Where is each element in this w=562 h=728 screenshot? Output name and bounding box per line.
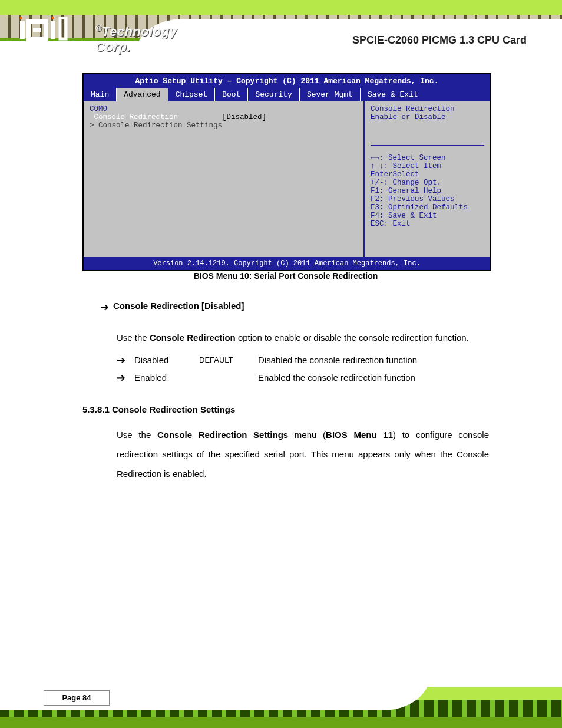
bios-tabs: Main Advanced Chipset Boot Security Seve… (84, 88, 490, 101)
arrows-ud-icon: ↑ ↓ (371, 162, 384, 170)
svg-rect-0 (20, 21, 25, 39)
bios-right-pane: Console Redirection Enable or Disable ←→… (363, 101, 490, 257)
bios-tab-server: Sever Mgmt (300, 88, 360, 101)
iei-logo-icon (20, 17, 74, 42)
option-row: ➔ Disabled DEFAULT Disabled the console … (117, 354, 489, 367)
bios-tab-save: Save & Exit (361, 88, 425, 101)
brand-tagline: ®Technology Corp. (95, 24, 177, 55)
page-content: BIOS Menu 10: Serial Port Console Redire… (82, 271, 489, 492)
bios-left-pane: COM0 Console Redirection [Disabled] > Co… (84, 101, 363, 257)
brand-logo: ®Technology Corp. (20, 17, 74, 42)
arrows-lr-icon: ←→ (371, 154, 379, 162)
bios-footer: Version 2.14.1219. Copyright (C) 2011 Am… (84, 257, 490, 270)
product-name: SPCIE-C2060 PICMG 1.3 CPU Card (352, 34, 527, 47)
bios-screenshot: Aptio Setup Utility – Copyright (C) 2011… (82, 73, 491, 271)
bios-tab-security: Security (248, 88, 299, 101)
page-header-decoration (0, 0, 562, 65)
bios-key-help: ←→: Select Screen ↑ ↓: Select Item Enter… (371, 154, 484, 228)
option-heading: Console Redirection [Disabled] (113, 301, 244, 311)
svg-rect-5 (20, 17, 22, 19)
bios-item-label: Console Redirection (94, 113, 178, 121)
bios-item-value: [Disabled] (222, 113, 266, 121)
arrow-right-icon: ➔ (117, 354, 134, 367)
arrow-right-icon: ➔ (100, 301, 113, 314)
bios-section: COM0 (90, 105, 107, 113)
subsection-paragraph: Use the Console Redirection Settings men… (117, 425, 489, 483)
option-row: ➔ Enabled Enabled the console redirectio… (117, 371, 489, 384)
svg-rect-3 (51, 21, 55, 39)
bios-help-text: Console Redirection Enable or Disable (371, 105, 455, 121)
figure-caption: BIOS Menu 10: Serial Port Console Redire… (82, 271, 489, 281)
arrow-right-icon: ➔ (117, 371, 134, 384)
svg-rect-4 (52, 17, 54, 19)
bios-tab-advanced: Advanced (117, 88, 167, 101)
page-number: Page 84 (44, 690, 110, 706)
option-intro: Use the Console Redirection option to en… (117, 330, 489, 345)
bios-title: Aptio Setup Utility – Copyright (C) 2011… (84, 74, 490, 88)
bios-tab-chipset: Chipset (168, 88, 215, 101)
bios-tab-main: Main (84, 88, 116, 101)
svg-rect-2 (33, 28, 41, 32)
bios-submenu: > Console Redirection Settings (90, 121, 222, 130)
svg-rect-6 (60, 18, 66, 39)
option-list: ➔ Disabled DEFAULT Disabled the console … (117, 354, 489, 384)
bios-tab-boot: Boot (215, 88, 247, 101)
subsection-heading: 5.3.8.1 Console Redirection Settings (82, 404, 489, 414)
